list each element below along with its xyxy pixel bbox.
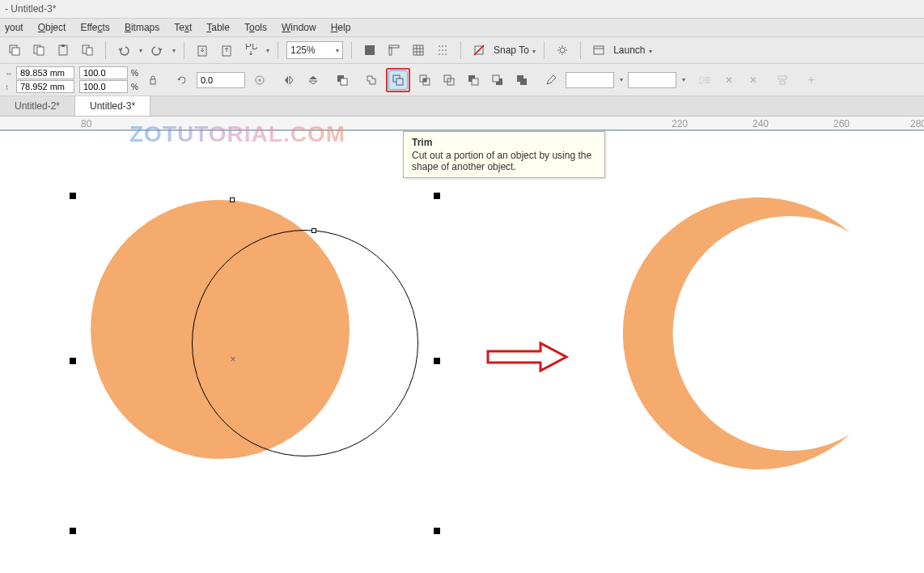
svg-rect-42 — [520, 79, 527, 85]
menubar: yout Object Effects Bitmaps Text Table T… — [0, 19, 924, 37]
wrap-text-icon[interactable] — [695, 70, 714, 90]
boundary-icon[interactable] — [512, 70, 532, 90]
sel-center[interactable]: × — [229, 355, 237, 363]
mirror-vertical-icon[interactable] — [303, 70, 323, 90]
svg-rect-40 — [493, 75, 499, 82]
svg-rect-39 — [472, 79, 478, 85]
svg-rect-13 — [389, 48, 392, 55]
options-icon[interactable] — [553, 40, 572, 60]
menu-layout[interactable]: yout — [5, 22, 23, 33]
menu-text[interactable]: Text — [174, 22, 192, 33]
paste-special-icon[interactable] — [78, 40, 97, 60]
trim-icon[interactable] — [388, 70, 408, 90]
outline-pen-icon[interactable] — [541, 70, 561, 90]
scale-x-input[interactable] — [79, 66, 128, 79]
zoom-level[interactable]: 125% ▾ — [286, 41, 343, 59]
sel-handle-ml[interactable] — [70, 358, 76, 364]
crescent-shape[interactable] — [599, 196, 874, 471]
align-icon[interactable] — [773, 70, 792, 90]
tab-untitled-3[interactable]: Untitled-3* — [75, 96, 150, 116]
separator — [351, 41, 352, 59]
menu-table[interactable]: Table — [206, 22, 230, 33]
export-icon[interactable] — [217, 40, 236, 60]
copy-icon[interactable] — [29, 40, 49, 60]
intersect-icon[interactable] — [415, 70, 434, 90]
fullscreen-icon[interactable] — [360, 40, 379, 60]
trim-highlight — [386, 68, 410, 92]
scale-y-input[interactable] — [79, 80, 128, 93]
weld-icon[interactable] — [362, 70, 381, 90]
sel-handle-tl[interactable] — [70, 193, 76, 199]
fill-dropdown[interactable]: ▾ — [620, 76, 623, 83]
outline-circle[interactable] — [192, 230, 418, 456]
convert-curves2-icon[interactable]: ✕ — [744, 70, 763, 90]
show-grid-icon[interactable] — [409, 40, 428, 60]
separator — [278, 41, 278, 59]
menu-help[interactable]: Help — [331, 22, 351, 33]
width-input[interactable] — [16, 66, 74, 79]
fill-color-swatch[interactable] — [566, 72, 614, 88]
front-minus-back-icon[interactable] — [464, 70, 483, 90]
rotate-icon[interactable] — [172, 70, 192, 90]
snap-to-menu[interactable]: Snap To ▾ — [494, 45, 536, 56]
paste-icon[interactable] — [53, 40, 73, 60]
zoom-dropdown-icon: ▾ — [336, 47, 339, 54]
menu-effects[interactable]: Effects — [80, 22, 109, 33]
redo-icon[interactable] — [147, 40, 167, 60]
simplify-icon[interactable] — [439, 70, 459, 90]
redo-dropdown[interactable]: ▾ — [172, 47, 176, 54]
show-guidelines-icon[interactable] — [433, 40, 452, 60]
arrange-icon[interactable] — [5, 40, 24, 60]
pct-label: % — [131, 69, 138, 78]
lock-ratio-icon[interactable] — [143, 70, 163, 90]
svg-rect-47 — [778, 76, 786, 79]
rotation-center-icon[interactable] — [250, 70, 269, 90]
standard-toolbar: ▾ ▾ PDF ▾ 125% ▾ Snap To ▾ Launch ▾ — [0, 37, 924, 64]
zoom-value: 125% — [290, 45, 316, 56]
ruler-tick: 80 — [81, 118, 91, 129]
svg-point-29 — [258, 79, 261, 81]
result-arrow-icon — [484, 340, 573, 374]
svg-rect-43 — [700, 77, 703, 83]
mirror-horizontal-icon[interactable] — [279, 70, 299, 90]
add-icon[interactable]: + — [802, 70, 821, 90]
guideline — [0, 129, 924, 130]
pdf-dropdown[interactable]: ▾ — [266, 47, 269, 54]
ruler-tick: 240 — [752, 118, 769, 129]
publish-pdf-icon[interactable]: PDF — [241, 40, 261, 60]
sel-handle-tr[interactable] — [434, 193, 440, 199]
import-icon[interactable] — [193, 40, 212, 60]
menu-bitmaps[interactable]: Bitmaps — [125, 22, 159, 33]
app-launch-icon[interactable] — [589, 40, 608, 60]
outline-color-swatch[interactable] — [628, 72, 676, 88]
shape-node[interactable] — [312, 228, 316, 233]
convert-curves-icon[interactable]: ✕ — [719, 70, 739, 90]
back-minus-front-icon[interactable] — [488, 70, 507, 90]
canvas[interactable]: ZOTUTORIAL.COM Trim Cut out a portion of… — [0, 131, 924, 568]
svg-rect-14 — [413, 45, 423, 55]
height-input[interactable] — [16, 80, 74, 93]
launch-menu[interactable]: Launch ▾ — [613, 45, 652, 56]
property-bar: ↔ ↕ % % ▾ ▾ ✕ ✕ + — [0, 64, 924, 96]
sel-handle-br[interactable] — [434, 528, 440, 534]
svg-text:PDF: PDF — [245, 44, 257, 52]
title-text: - Untitled-3* — [5, 3, 56, 15]
undo-icon[interactable] — [114, 40, 134, 60]
menu-object[interactable]: Object — [38, 22, 66, 33]
show-rulers-icon[interactable] — [384, 40, 404, 60]
snap-off-icon[interactable] — [469, 40, 489, 60]
rotation-input[interactable] — [197, 72, 245, 88]
sel-handle-mr[interactable] — [434, 358, 440, 364]
scale-factor: % % — [79, 66, 138, 93]
shape-node[interactable] — [230, 197, 235, 202]
menu-window[interactable]: Window — [282, 22, 316, 33]
menu-tools[interactable]: Tools — [244, 22, 267, 33]
undo-dropdown[interactable]: ▾ — [139, 47, 142, 54]
outline-dropdown[interactable]: ▾ — [682, 76, 685, 83]
svg-rect-3 — [37, 47, 44, 55]
separator — [460, 41, 461, 59]
sel-handle-bl[interactable] — [70, 528, 76, 534]
tooltip-body: Cut out a portion of an object by using … — [412, 150, 596, 172]
tab-untitled-2[interactable]: Untitled-2* — [0, 96, 75, 116]
order-icon[interactable] — [333, 70, 352, 90]
